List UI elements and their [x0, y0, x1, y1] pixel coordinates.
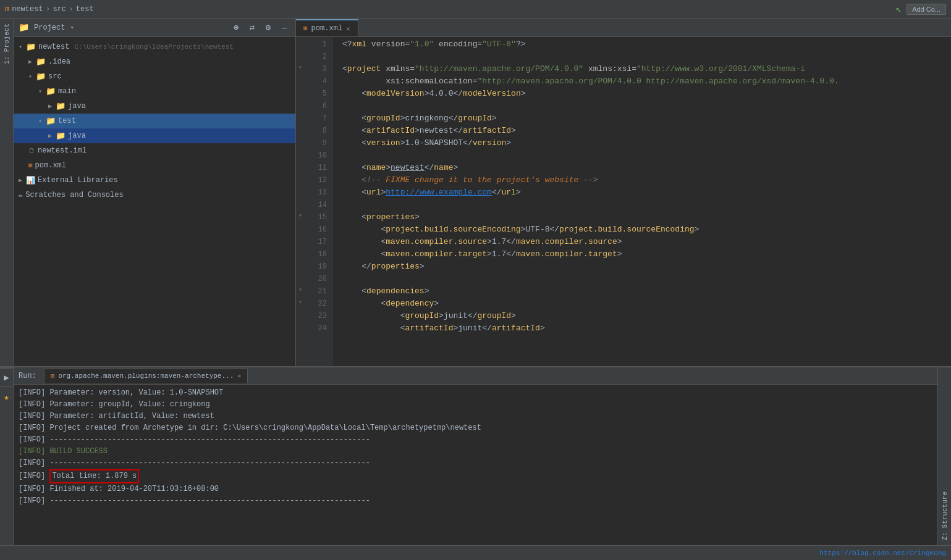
cursor-icon: ↖ [896, 3, 902, 15]
panel-header-icons: ⊕ ⇄ ⚙ — [230, 22, 290, 34]
tree-item-src[interactable]: ▾ 📁 src [14, 69, 295, 84]
breadcrumb: m newtest › src › test [5, 4, 94, 14]
tab-pom-close[interactable]: ✕ [346, 25, 350, 33]
left-strip: 1: Project [0, 19, 14, 366]
breadcrumb-src[interactable]: src [53, 5, 66, 14]
settings-expand-icon[interactable]: ⇄ [246, 22, 258, 34]
arrow-newtest: ▾ [19, 43, 22, 51]
breadcrumb-project[interactable]: newtest [12, 5, 43, 14]
tree-path-newtest: C:\Users\cringkong\IdeaProjects\newtest [74, 43, 233, 51]
tree-item-ext-libs[interactable]: ▶ 📊 External Libraries [14, 173, 295, 188]
console-line-7: [INFO] ---------------------------------… [19, 458, 932, 469]
code-editor: ▾ ▾ ▾ ▾ [296, 37, 951, 366]
arrow-ext-libs: ▶ [19, 177, 22, 184]
status-bar: https://blog.csdn.net/CringKong [0, 545, 951, 560]
tree-item-pom-xml[interactable]: m pom.xml [14, 158, 295, 173]
console-line-6: [INFO] BUILD SUCCESS [19, 446, 932, 458]
project-folder-icon: 📁 [26, 42, 36, 52]
console-line-8: [INFO] Total time: 1.879 s [19, 469, 932, 483]
pom-file-icon: m [28, 162, 33, 169]
code-content[interactable]: <?xml version="1.0" encoding="UTF-8"?> <… [332, 37, 951, 366]
run-label: Run: [19, 372, 36, 380]
status-bar-url[interactable]: https://blog.csdn.net/CringKong [819, 550, 946, 557]
console-main: Run: m org.apache.maven.plugins:maven-ar… [14, 367, 937, 545]
breadcrumb-sep2: › [69, 4, 74, 14]
panel-title: Project [34, 23, 65, 32]
bottom-tabs: Run: m org.apache.maven.plugins:maven-ar… [14, 367, 937, 385]
arrow-main: ▾ [38, 88, 42, 95]
run-side-button[interactable]: ▶ [0, 369, 14, 387]
editor-tab-pom[interactable]: m pom.xml ✕ [296, 19, 358, 36]
tree-label-src: src [48, 72, 62, 81]
top-bar-right: ↖ Add Co... [896, 3, 947, 15]
highlight-total-time: Total time: 1.879 s [49, 469, 139, 483]
console-line-4: [INFO] Project created from Archetype in… [19, 422, 932, 434]
arrow-java-main: ▶ [48, 102, 52, 110]
arrow-idea: ▶ [28, 58, 32, 65]
structure-strip: Z: Structure [937, 367, 951, 545]
java-test-folder-icon: 📁 [56, 131, 66, 141]
iml-file-icon: 🗋 [28, 147, 35, 155]
console-tab[interactable]: m org.apache.maven.plugins:maven-archety… [44, 369, 248, 383]
tree-label-main: main [58, 87, 76, 96]
tree-item-idea[interactable]: ▶ 📁 .idea [14, 54, 295, 69]
tree-item-newtest-iml[interactable]: 🗋 newtest.iml [14, 143, 295, 158]
sidebar-label-project[interactable]: 1: Project [2, 19, 12, 69]
sidebar-label-structure[interactable]: Z: Structure [940, 487, 950, 545]
tree-label-scratches: Scratches and Consoles [25, 191, 123, 199]
tree-label-ext-libs: External Libraries [38, 176, 118, 185]
project-panel: 📁 Project ▾ ⊕ ⇄ ⚙ — ▾ 📁 newtest C:\Users… [14, 19, 296, 366]
console-line-3: [INFO] Parameter: artifactId, Value: new… [19, 411, 932, 422]
tree-item-test[interactable]: ▾ 📁 test [14, 114, 295, 128]
breadcrumb-sep1: › [46, 4, 51, 14]
fold-marker-3[interactable]: ▾ [296, 62, 305, 74]
console-line-10: [INFO] ---------------------------------… [19, 495, 932, 507]
gear-icon[interactable]: ⚙ [262, 22, 274, 34]
idea-folder-icon: 📁 [36, 57, 46, 67]
main-area: 1: Project 📁 Project ▾ ⊕ ⇄ ⚙ — ▾ 📁 newte… [0, 19, 951, 366]
arrow-test: ▾ [38, 117, 42, 125]
tree-label-newtest: newtest [38, 43, 69, 51]
arrow-src: ▾ [28, 73, 32, 80]
console-line-2: [INFO] Parameter: groupId, Value: cringk… [19, 399, 932, 411]
console-line-5: [INFO] ---------------------------------… [19, 434, 932, 446]
line-numbers: 12345 678910 1112131415 1617181920 21222… [305, 37, 332, 366]
tree-item-java-main[interactable]: ▶ 📁 java [14, 99, 295, 114]
fold-marker-15[interactable]: ▾ [296, 210, 305, 222]
ext-libs-icon: 📊 [26, 176, 35, 185]
project-panel-header: 📁 Project ▾ ⊕ ⇄ ⚙ — [14, 19, 295, 37]
tree-label-test: test [58, 117, 76, 125]
tree-item-java-test[interactable]: ▶ 📁 java [14, 128, 295, 143]
add-config-button[interactable]: Add Co... [907, 4, 946, 15]
console-tab-icon: m [51, 372, 55, 380]
top-bar: m newtest › src › test ↖ Add Co... [0, 0, 951, 19]
breadcrumb-test[interactable]: test [76, 5, 94, 14]
tree-item-main[interactable]: ▾ 📁 main [14, 84, 295, 99]
panel-title-arrow[interactable]: ▾ [70, 23, 74, 31]
tree-label-java-main: java [68, 102, 86, 111]
scratches-icon: ✏ [19, 191, 23, 200]
src-folder-icon: 📁 [36, 72, 46, 81]
close-panel-icon[interactable]: — [278, 22, 290, 34]
fold-gutter: ▾ ▾ ▾ ▾ [296, 37, 305, 366]
tree-label-pom-xml: pom.xml [35, 161, 66, 170]
folder-icon-header: 📁 [19, 22, 29, 33]
test-folder-icon: 📁 [46, 116, 56, 126]
arrow-java-test: ▶ [48, 132, 52, 140]
console-line-9: [INFO] Finished at: 2019-04-20T11:03:16+… [19, 483, 932, 495]
sync-icon[interactable]: ⊕ [230, 22, 242, 34]
favorites-star-icon[interactable]: ★ [4, 392, 9, 403]
editor-tabs: m pom.xml ✕ [296, 19, 951, 37]
file-tree: ▾ 📁 newtest C:\Users\cringkong\IdeaProje… [14, 37, 295, 366]
editor-area: m pom.xml ✕ ▾ ▾ [296, 19, 951, 366]
main-folder-icon: 📁 [46, 86, 56, 96]
tree-label-idea: .idea [48, 57, 70, 66]
tree-item-scratches[interactable]: ✏ Scratches and Consoles [14, 188, 295, 203]
tree-label-newtest-iml: newtest.iml [38, 146, 87, 155]
tab-pom-label: pom.xml [311, 24, 342, 33]
bottom-left-strip: ▶ ★ [0, 367, 14, 545]
console-tab-close[interactable]: ✕ [237, 372, 241, 380]
tree-item-newtest[interactable]: ▾ 📁 newtest C:\Users\cringkong\IdeaProje… [14, 40, 295, 54]
fold-marker-22[interactable]: ▾ [296, 296, 305, 309]
fold-marker-21[interactable]: ▾ [296, 284, 305, 296]
